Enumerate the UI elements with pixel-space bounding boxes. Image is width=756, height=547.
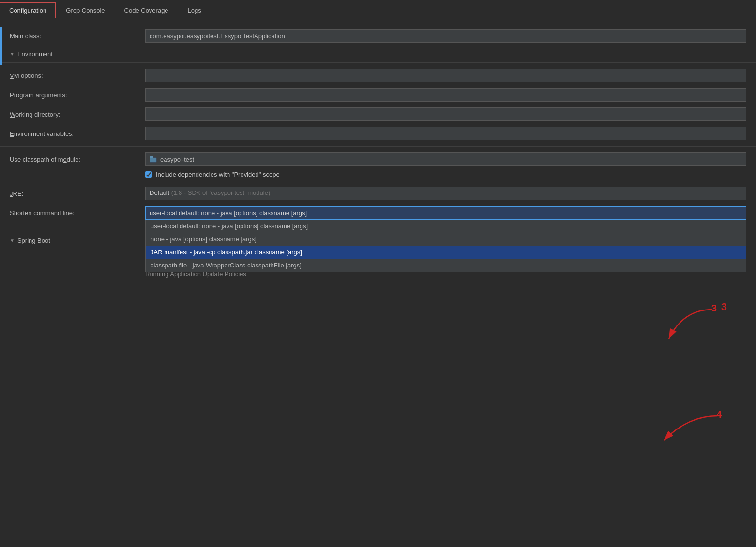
dropdown-item-jar-manifest[interactable]: JAR manifest - java -cp classpath.jar cl…	[146, 246, 746, 259]
jre-default: Default	[150, 189, 169, 196]
spring-boot-section-label: Spring Boot	[17, 237, 50, 244]
tab-bar: Configuration Grep Console Code Coverage…	[0, 0, 756, 18]
working-dir-label: Working directory:	[10, 111, 145, 118]
program-args-input[interactable]	[145, 88, 746, 102]
vm-options-input[interactable]	[145, 69, 746, 82]
jre-hint: (1.8 - SDK of 'easypoi-test' module)	[171, 189, 270, 196]
module-name: easypoi-test	[160, 156, 194, 163]
tab-logs[interactable]: Logs	[179, 2, 211, 18]
dropdown-item-user-local[interactable]: user-local default: none - java [options…	[146, 220, 746, 233]
main-class-label: Main class:	[10, 32, 145, 40]
shorten-cmd-row: Shorten command line: user-local default…	[0, 203, 756, 222]
module-icon	[150, 155, 157, 163]
dropdown-item-classpath-file[interactable]: classpath file - java WrapperClass class…	[146, 259, 746, 272]
shorten-cmd-dropdown[interactable]: user-local default: none - java [options…	[145, 206, 746, 220]
environment-arrow-icon: ▼	[10, 51, 15, 57]
svg-text:4: 4	[716, 411, 722, 420]
config-panel: Main class: ▼ Environment VM options: Pr…	[0, 18, 756, 283]
svg-rect-0	[150, 158, 156, 162]
arrow-3-svg: 3	[654, 305, 722, 348]
tab-code-coverage-label: Code Coverage	[124, 7, 168, 14]
shorten-cmd-list: user-local default: none - java [options…	[145, 220, 746, 272]
main-class-row: Main class:	[0, 26, 756, 45]
svg-text:3: 3	[711, 305, 717, 313]
environment-section-label: Environment	[17, 50, 53, 58]
spring-boot-arrow-icon: ▼	[10, 238, 15, 243]
jre-label: JRE:	[10, 190, 145, 197]
tab-logs-label: Logs	[188, 7, 201, 14]
env-vars-input[interactable]	[145, 127, 746, 140]
shorten-cmd-label: Shorten command line:	[10, 209, 145, 217]
include-deps-checkbox[interactable]	[145, 171, 152, 178]
dropdown-item-none[interactable]: none - java [options] classname [args]	[146, 233, 746, 246]
main-class-input[interactable]	[145, 29, 746, 43]
svg-rect-1	[150, 156, 153, 158]
tab-grep-console[interactable]: Grep Console	[57, 2, 114, 18]
shorten-cmd-value: user-local default: none - java [options…	[150, 209, 307, 217]
jre-field[interactable]: Default (1.8 - SDK of 'easypoi-test' mod…	[145, 187, 746, 200]
environment-section-header[interactable]: ▼ Environment	[0, 45, 756, 59]
working-dir-input[interactable]	[145, 107, 746, 121]
vm-options-label: VM options:	[10, 72, 145, 79]
classpath-module-label: Use classpath of module:	[10, 156, 145, 163]
tab-grep-console-label: Grep Console	[66, 7, 105, 14]
include-deps-row: Include dependencies with "Provided" sco…	[136, 169, 756, 180]
annotation-3: 3	[721, 301, 727, 313]
env-vars-row: Environment variables:	[0, 124, 756, 143]
shorten-cmd-selected[interactable]: user-local default: none - java [options…	[145, 206, 746, 220]
vm-options-row: VM options:	[0, 66, 756, 85]
arrow-4-svg: 4	[650, 411, 727, 450]
tab-configuration-label: Configuration	[9, 7, 46, 14]
env-vars-label: Environment variables:	[10, 130, 145, 137]
program-args-label: Program arguments:	[10, 91, 145, 99]
program-args-row: Program arguments:	[0, 85, 756, 104]
jre-row: JRE: Default (1.8 - SDK of 'easypoi-test…	[0, 184, 756, 203]
working-dir-row: Working directory:	[0, 104, 756, 124]
module-selector[interactable]: easypoi-test	[145, 152, 746, 166]
classpath-module-row: Use classpath of module: easypoi-test	[0, 149, 756, 169]
include-deps-label: Include dependencies with "Provided" sco…	[156, 171, 280, 178]
tab-configuration[interactable]: Configuration	[0, 2, 56, 18]
tab-code-coverage[interactable]: Code Coverage	[115, 2, 178, 18]
